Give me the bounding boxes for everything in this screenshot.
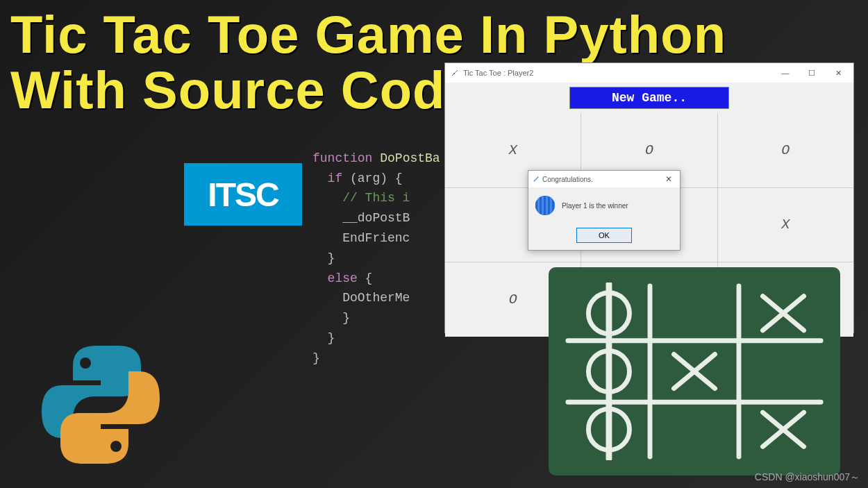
chalkboard-illustration xyxy=(549,267,840,476)
window-title: Tic Tac Toe : Player2 xyxy=(463,69,533,77)
minimize-button[interactable]: — xyxy=(773,65,798,81)
watermark: CSDN @xiaoshun007～ xyxy=(755,471,860,484)
app-icon xyxy=(451,69,459,77)
title-line-1: Tic Tac Toe Game In Python xyxy=(10,7,726,62)
cell-5[interactable]: X xyxy=(718,188,853,262)
itsc-logo: ITSC xyxy=(184,163,302,226)
dialog-title: Congratulations. xyxy=(542,176,593,183)
info-icon xyxy=(535,196,555,215)
ok-button[interactable]: OK xyxy=(576,228,632,243)
maximize-button[interactable]: ☐ xyxy=(799,65,824,81)
code-snippet: function DoPostBa if (arg) { // This i _… xyxy=(312,128,440,369)
window-titlebar: Tic Tac Toe : Player2 — ☐ ✕ xyxy=(445,63,853,83)
dialog-titlebar: Congratulations. ✕ xyxy=(528,171,680,187)
dialog-message: Player 1 is the winner xyxy=(562,202,628,210)
close-button[interactable]: ✕ xyxy=(826,65,851,81)
cell-2[interactable]: O xyxy=(718,113,853,187)
python-logo-icon xyxy=(31,335,170,474)
dialog-app-icon xyxy=(533,176,540,183)
new-game-button[interactable]: New Game.. xyxy=(569,87,729,109)
dialog-close-button[interactable]: ✕ xyxy=(662,174,676,184)
dialog-body: Player 1 is the winner xyxy=(528,187,680,224)
congratulations-dialog: Congratulations. ✕ Player 1 is the winne… xyxy=(528,170,681,251)
